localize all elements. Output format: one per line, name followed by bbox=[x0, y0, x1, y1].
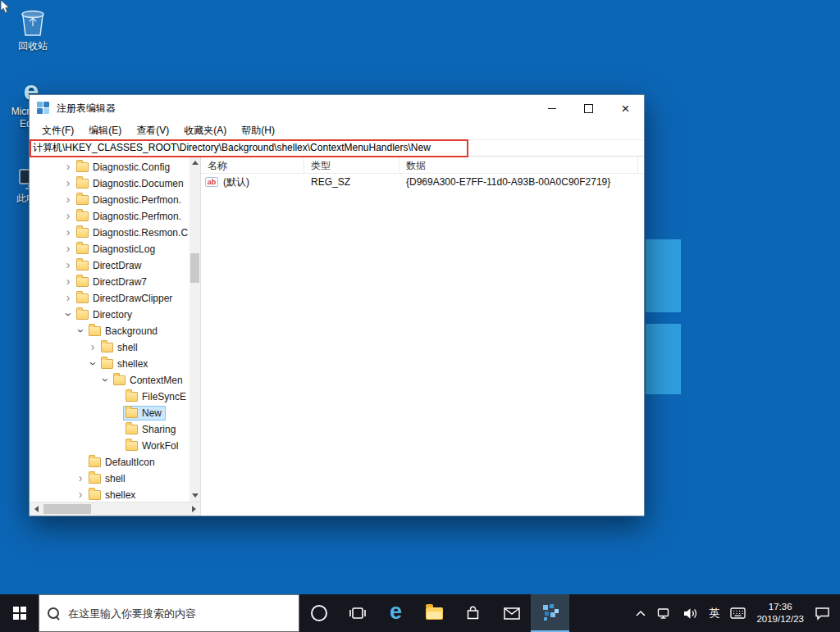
tray-expand-button[interactable] bbox=[635, 610, 646, 617]
tree-item[interactable]: DefaultIcon bbox=[30, 454, 189, 471]
address-bar[interactable]: 计算机\HKEY_CLASSES_ROOT\Directory\Backgrou… bbox=[30, 139, 644, 157]
chevron-down-icon[interactable] bbox=[87, 357, 98, 371]
tree-item[interactable]: Background bbox=[30, 323, 189, 339]
tree-item[interactable]: DirectDrawClipper bbox=[30, 290, 189, 307]
tree-item[interactable]: DiagnosticLog bbox=[30, 241, 189, 257]
scroll-down-arrow[interactable] bbox=[189, 489, 200, 502]
folder-icon bbox=[89, 326, 101, 336]
search-input[interactable] bbox=[66, 607, 290, 621]
desktop: 回收站 Microsoft Edge 此电脑 注册表编辑器 文件(F) 编辑(E… bbox=[0, 0, 840, 632]
file-explorer-button[interactable] bbox=[415, 594, 454, 632]
network-status[interactable] bbox=[657, 607, 672, 620]
action-center-icon bbox=[815, 607, 830, 621]
column-header-data[interactable]: 数据 bbox=[399, 157, 638, 173]
tree-item[interactable]: shellex bbox=[30, 356, 189, 372]
recycle-bin-label: 回收站 bbox=[18, 40, 48, 52]
keyboard-icon bbox=[730, 607, 746, 619]
title-bar[interactable]: 注册表编辑器 bbox=[30, 95, 644, 121]
scroll-left-arrow[interactable] bbox=[30, 502, 43, 516]
cortana-button[interactable] bbox=[299, 594, 338, 632]
chevron-right-icon[interactable] bbox=[62, 243, 74, 256]
folder-icon bbox=[76, 277, 89, 287]
tree-item[interactable]: FileSyncE bbox=[30, 389, 189, 405]
chevron-right-icon[interactable] bbox=[62, 193, 74, 207]
minimize-button[interactable] bbox=[533, 95, 570, 121]
task-view-icon bbox=[349, 607, 367, 620]
horizontal-scrollbar[interactable] bbox=[30, 502, 200, 516]
chevron-right-icon[interactable] bbox=[62, 259, 74, 272]
touch-keyboard-button[interactable] bbox=[730, 607, 746, 619]
folder-icon bbox=[76, 195, 89, 205]
desktop-icon-recycle-bin[interactable]: 回收站 bbox=[7, 7, 59, 52]
close-icon bbox=[622, 102, 630, 116]
tree-item[interactable]: Diagnostic.Resmon.C bbox=[30, 225, 189, 241]
chevron-down-icon[interactable] bbox=[99, 374, 111, 387]
tree-item[interactable]: DirectDraw7 bbox=[30, 274, 189, 290]
tree-item[interactable]: ContextMen bbox=[30, 372, 189, 389]
vertical-scroll-thumb[interactable] bbox=[190, 253, 199, 283]
scroll-right-arrow[interactable] bbox=[187, 502, 200, 516]
tree-item[interactable]: shell bbox=[30, 339, 189, 356]
tree-item[interactable]: Diagnostic.Perfmon. bbox=[30, 208, 189, 225]
chevron-right-icon[interactable] bbox=[62, 226, 74, 239]
close-button[interactable] bbox=[607, 95, 644, 121]
chevron-right-icon[interactable] bbox=[75, 489, 86, 502]
tree-item[interactable]: Diagnostic.Perfmon. bbox=[30, 192, 189, 208]
regedit-taskbar-button-active[interactable] bbox=[531, 594, 569, 632]
taskbar-clock[interactable]: 17:36 2019/12/23 bbox=[756, 601, 804, 625]
menu-view[interactable]: 查看(V) bbox=[129, 121, 176, 140]
taskbar-search[interactable] bbox=[39, 594, 299, 632]
wallpaper-logo-pane bbox=[646, 239, 681, 312]
chevron-right-icon[interactable] bbox=[62, 210, 74, 223]
maximize-button[interactable] bbox=[570, 95, 607, 121]
tree-item[interactable]: Sharing bbox=[30, 421, 189, 438]
mail-button[interactable] bbox=[492, 594, 531, 632]
vertical-scrollbar[interactable] bbox=[189, 157, 200, 502]
ime-indicator[interactable]: 英 bbox=[709, 606, 719, 621]
tree-item[interactable]: Diagnostic.Documen bbox=[30, 175, 189, 192]
chevron-right-icon[interactable] bbox=[62, 292, 74, 305]
list-header: 名称 类型 数据 bbox=[201, 157, 644, 174]
folder-icon bbox=[101, 359, 113, 369]
chevron-right-icon[interactable] bbox=[62, 161, 74, 174]
folder-icon bbox=[76, 261, 89, 271]
folder-icon bbox=[89, 474, 101, 484]
chevron-right-icon[interactable] bbox=[62, 177, 74, 190]
edge-button[interactable] bbox=[377, 594, 415, 632]
clock-date: 2019/12/23 bbox=[756, 613, 804, 625]
registry-value-row[interactable]: (默认) REG_SZ {D969A300-E7FF-11d0-A93B-00A… bbox=[201, 174, 644, 190]
menu-favorites[interactable]: 收藏夹(A) bbox=[176, 121, 234, 140]
action-center-button[interactable] bbox=[815, 607, 830, 621]
folder-icon bbox=[76, 162, 89, 172]
folder-icon bbox=[101, 343, 113, 352]
volume-status[interactable] bbox=[682, 607, 698, 620]
column-header-name[interactable]: 名称 bbox=[201, 157, 304, 173]
menu-help[interactable]: 帮助(H) bbox=[234, 121, 282, 140]
folder-icon bbox=[76, 211, 89, 221]
menu-edit[interactable]: 编辑(E) bbox=[81, 121, 129, 140]
start-button[interactable] bbox=[0, 594, 39, 632]
chevron-right-icon[interactable] bbox=[62, 275, 74, 289]
value-name: (默认) bbox=[223, 175, 249, 189]
search-icon bbox=[48, 607, 59, 619]
chevron-down-icon[interactable] bbox=[75, 325, 86, 338]
tree-item[interactable]: Directory bbox=[30, 307, 189, 323]
menu-file[interactable]: 文件(F) bbox=[34, 121, 81, 140]
taskbar: 英 17:36 2019/12/23 bbox=[0, 594, 840, 632]
tree-item[interactable]: shell bbox=[30, 471, 189, 487]
task-view-button[interactable] bbox=[338, 594, 377, 632]
chevron-right-icon[interactable] bbox=[75, 472, 86, 485]
horizontal-scroll-thumb[interactable] bbox=[43, 504, 91, 514]
store-button[interactable] bbox=[454, 594, 492, 632]
tree-item[interactable]: DirectDraw bbox=[30, 257, 189, 274]
chevron-right-icon[interactable] bbox=[87, 341, 98, 354]
chevron-down-icon[interactable] bbox=[62, 308, 74, 321]
speaker-icon bbox=[682, 607, 698, 620]
tree-item-selected[interactable]: New bbox=[30, 405, 189, 421]
scroll-up-arrow[interactable] bbox=[189, 157, 200, 169]
tree-item[interactable]: shellex bbox=[30, 487, 189, 502]
regedit-icon bbox=[541, 602, 560, 622]
tree-item[interactable]: Diagnostic.Config bbox=[30, 159, 189, 175]
tree-item[interactable]: WorkFol bbox=[30, 438, 189, 454]
column-header-type[interactable]: 类型 bbox=[304, 157, 399, 173]
